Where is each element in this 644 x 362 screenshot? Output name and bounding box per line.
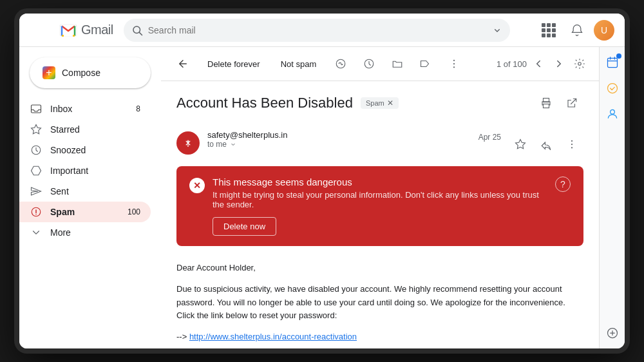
more-icon [30,226,43,239]
main-area: + Compose Inbox 8 [19,47,625,348]
sent-label: Sent [50,186,69,196]
vertical-dots-icon [448,58,460,70]
pagination-text: 1 of 100 [497,59,527,69]
back-arrow-icon [177,58,189,70]
settings-button[interactable] [571,55,589,73]
avatar[interactable]: U [594,20,614,41]
right-panel-calendar[interactable] [602,52,623,73]
svg-point-15 [578,62,582,66]
spam-remove-button[interactable]: ✕ [387,99,393,108]
label-icon [420,58,431,70]
apps-grid-icon [542,23,556,37]
sender-row: safety@shelterplus.in to me Apr 25 [161,125,599,161]
svg-point-10 [337,59,346,68]
snoozed-label: Snoozed [50,145,86,155]
warning-help-button[interactable]: ? [555,176,571,192]
svg-point-14 [453,66,455,68]
x-mark: ✕ [193,180,201,191]
email-content: Delete forever Not spam [161,47,599,348]
compose-button[interactable]: + Compose [30,57,151,88]
snoozed-icon [30,144,43,157]
next-email-button[interactable] [550,55,568,73]
svg-rect-17 [544,104,549,108]
spam-badge: 100 [128,207,140,216]
more-label: More [50,227,71,238]
right-panel-tasks[interactable] [602,78,623,99]
to-me-row[interactable]: to me [207,140,471,149]
apps-button[interactable] [537,19,560,42]
star-icon [30,123,43,136]
sender-name: safety@shelterplus.in [207,130,471,140]
sidebar-item-inbox[interactable]: Inbox 8 [19,99,151,119]
inbox-badge: 8 [136,104,140,113]
star-icon [515,138,526,150]
link-prefix: --> [176,332,187,341]
sidebar-item-important[interactable]: Important [19,160,151,181]
phishing-report-button[interactable] [329,52,352,75]
important-icon [30,164,43,177]
svg-rect-24 [607,58,617,67]
spam-icon [30,205,43,218]
delete-forever-label: Delete forever [207,59,260,69]
right-panel-contacts[interactable] [602,104,623,124]
warning-x-icon: ✕ [189,178,205,193]
sidebar-item-sent[interactable]: Sent [19,181,151,202]
search-bar[interactable] [124,19,510,42]
reply-icon [540,138,552,150]
subject-row: Account Has Been Disabled Spam ✕ [176,91,583,115]
search-icon [131,24,143,36]
move-to-button[interactable] [386,52,409,75]
email-actions [509,130,583,156]
email-body: Dear Account Holder, Due to suspicious a… [161,251,599,348]
svg-point-9 [35,214,37,215]
add-icon [606,327,619,339]
folder-icon [392,58,403,70]
right-panel [599,47,625,348]
clock-icon [363,58,375,70]
email-toolbar: Delete forever Not spam [161,47,599,81]
calendar-badge [616,53,621,59]
open-in-new-button[interactable] [560,91,583,115]
spam-label-badge: Spam ✕ [361,97,399,109]
svg-point-22 [571,144,573,145]
star-button[interactable] [509,133,532,156]
email-date: Apr 25 [478,130,501,142]
tasks-icon [606,82,619,95]
phishing-icon [335,58,346,70]
add-panel-button[interactable] [602,323,623,343]
search-dropdown-icon[interactable] [492,25,502,35]
delete-now-button[interactable]: Delete now [213,217,276,236]
chevron-left-icon [533,58,544,70]
print-button[interactable] [535,91,558,115]
labels-button[interactable] [414,52,437,75]
back-button[interactable] [171,52,194,75]
notifications-button[interactable] [565,19,589,42]
svg-point-23 [571,147,573,148]
reactivation-link[interactable]: http://www.shelterplus.in/account-reacti… [189,332,357,341]
prev-email-button[interactable] [529,55,547,73]
sidebar-item-more[interactable]: More [19,222,151,243]
dots-vertical-icon [566,138,578,150]
search-input[interactable] [148,25,487,35]
menu-button[interactable] [30,19,53,42]
snooze-button[interactable] [357,52,381,75]
app-name: Gmail [81,23,113,37]
gmail-m-icon [58,20,79,41]
inbox-label: Inbox [50,104,72,114]
open-external-icon [566,97,578,109]
to-me-text: to me [207,140,227,149]
email-link-row: --> http://www.shelterplus.in/account-re… [176,330,583,344]
sidebar-item-spam[interactable]: Spam 100 [19,202,151,222]
sidebar-item-starred[interactable]: Starred [19,119,151,140]
sidebar-item-snoozed[interactable]: Snoozed [19,140,151,160]
email-greeting: Dear Account Holder, [176,262,583,275]
not-spam-button[interactable]: Not spam [273,55,325,73]
svg-point-27 [607,84,617,93]
reply-button[interactable] [535,133,558,156]
svg-line-5 [139,32,142,35]
delete-forever-button[interactable]: Delete forever [200,55,268,73]
more-actions-button[interactable] [442,52,466,75]
svg-point-28 [610,110,614,114]
more-email-actions-button[interactable] [560,133,583,156]
warning-content: This message seems dangerous It might be… [213,176,547,236]
